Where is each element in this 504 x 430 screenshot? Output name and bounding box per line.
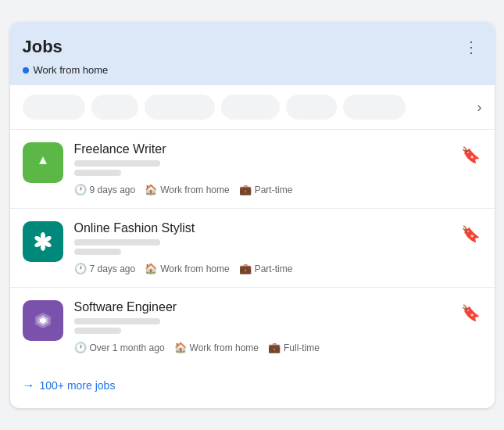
job-title-software: Software Engineer	[74, 300, 449, 314]
job-type-software: 💼 Full-time	[268, 342, 320, 353]
job-meta-placeholder-5	[74, 318, 160, 324]
briefcase-icon-2: 💼	[239, 263, 252, 274]
job-type-freelance: 💼 Part-time	[239, 184, 293, 195]
job-age-fashion: 🕐 7 days ago	[74, 263, 136, 274]
filter-row: ›	[10, 85, 495, 130]
job-meta-placeholder-2	[74, 170, 121, 176]
job-location-software: 🏠 Work from home	[174, 342, 259, 353]
job-age-freelance: 🕐 9 days ago	[74, 184, 136, 195]
svg-rect-2	[37, 164, 49, 169]
job-list: Freelance Writer 🕐 9 days ago 🏠 Work fro…	[10, 130, 495, 366]
home-icon-3: 🏠	[174, 342, 187, 353]
job-location-fashion: 🏠 Work from home	[145, 263, 229, 274]
job-title-freelance: Freelance Writer	[74, 142, 449, 156]
job-tags-freelance: 🕐 9 days ago 🏠 Work from home 💼 Part-tim…	[74, 184, 449, 195]
filter-pill-5[interactable]	[286, 95, 337, 120]
job-item-software-engineer[interactable]: Software Engineer 🕐 Over 1 month ago 🏠 W…	[10, 288, 495, 366]
bookmark-button-fashion[interactable]: 🔖	[459, 223, 482, 245]
filter-pill-3[interactable]	[145, 95, 215, 120]
job-item-freelance-writer[interactable]: Freelance Writer 🕐 9 days ago 🏠 Work fro…	[10, 130, 495, 209]
header: Jobs ⋮ Work from home	[10, 22, 495, 85]
more-jobs-row: → 100+ more jobs	[10, 366, 495, 408]
job-title-fashion: Online Fashion Stylist	[74, 221, 449, 235]
job-info-fashion: Online Fashion Stylist 🕐 7 days ago 🏠 Wo…	[74, 221, 449, 274]
filter-pill-4[interactable]	[221, 95, 280, 120]
job-meta-placeholder-3	[74, 239, 160, 245]
home-icon-2: 🏠	[145, 263, 157, 274]
job-logo-freelance	[23, 142, 63, 183]
job-meta-placeholder-4	[74, 249, 121, 255]
job-age-software: 🕐 Over 1 month ago	[74, 342, 165, 353]
job-tags-software: 🕐 Over 1 month ago 🏠 Work from home 💼 Fu…	[74, 342, 449, 353]
page-title: Jobs	[23, 37, 63, 57]
job-tags-fashion: 🕐 7 days ago 🏠 Work from home 💼 Part-tim…	[74, 263, 449, 274]
filter-scroll-icon[interactable]: ›	[477, 99, 482, 116]
filter-pill-1[interactable]	[23, 95, 85, 120]
clock-icon-3: 🕐	[74, 342, 87, 353]
home-icon: 🏠	[145, 184, 157, 195]
job-logo-software	[23, 300, 63, 341]
briefcase-icon-3: 💼	[268, 342, 281, 353]
clock-icon-2: 🕐	[74, 263, 87, 274]
filter-pill-6[interactable]	[343, 95, 406, 120]
job-meta-placeholder-1	[74, 160, 160, 167]
more-jobs-label: 100+ more jobs	[40, 379, 116, 392]
clock-icon: 🕐	[74, 184, 87, 195]
job-meta-placeholder-6	[74, 328, 121, 334]
active-dot	[23, 67, 29, 73]
svg-point-10	[40, 239, 45, 245]
job-item-online-fashion-stylist[interactable]: Online Fashion Stylist 🕐 7 days ago 🏠 Wo…	[10, 209, 495, 288]
jobs-card: Jobs ⋮ Work from home ›	[10, 22, 495, 408]
briefcase-icon: 💼	[239, 184, 252, 195]
job-type-fashion: 💼 Part-time	[239, 263, 293, 274]
job-location-freelance: 🏠 Work from home	[145, 184, 229, 195]
job-logo-fashion	[23, 221, 63, 262]
bookmark-button-software[interactable]: 🔖	[459, 302, 482, 324]
arrow-right-icon: →	[23, 378, 35, 392]
more-options-button[interactable]: ⋮	[460, 34, 482, 59]
bookmark-button-freelance[interactable]: 🔖	[459, 144, 482, 166]
more-jobs-link[interactable]: → 100+ more jobs	[23, 378, 116, 392]
filter-pill-2[interactable]	[91, 95, 138, 120]
job-info-software: Software Engineer 🕐 Over 1 month ago 🏠 W…	[74, 300, 449, 353]
header-subtitle: Work from home	[23, 64, 482, 76]
subtitle-text: Work from home	[34, 64, 109, 76]
job-info-freelance: Freelance Writer 🕐 9 days ago 🏠 Work fro…	[74, 142, 449, 195]
